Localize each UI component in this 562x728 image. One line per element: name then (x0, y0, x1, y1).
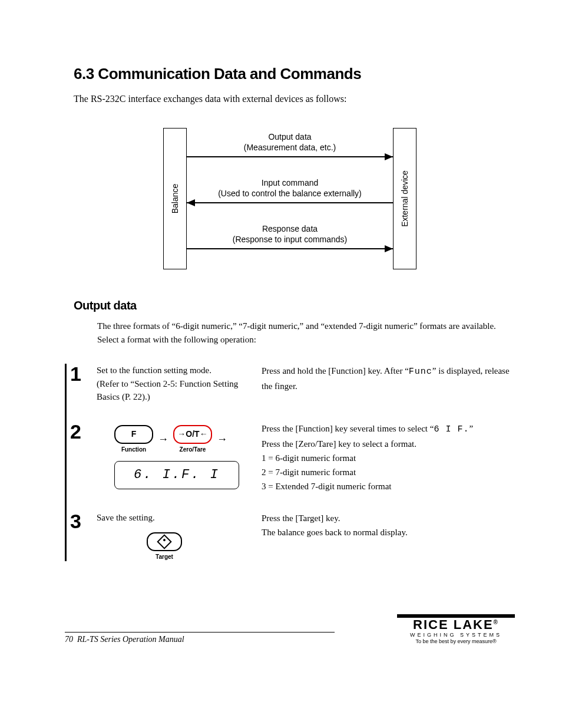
target-key-label: Target (156, 552, 173, 561)
logo-tagline: To be the best by every measure® (397, 638, 515, 644)
step-2: 2 F Function → →O/T← Zero/Tare → 6. I.F.… (67, 421, 515, 493)
footer-page-number: 70 (65, 635, 73, 644)
page-footer: 70 RL-TS Series Operation Manual RICE LA… (65, 614, 515, 644)
section-heading: 6.3 Communication Data and Commands (74, 65, 515, 83)
step-3-left: Save the setting. Target (97, 511, 262, 562)
target-key-face (147, 532, 182, 551)
diagram-row3-text2: (Response to input commands) (187, 234, 393, 245)
subsection-body: The three formats of “6-digit numeric,” … (97, 319, 515, 346)
step-2-right-b: ” (469, 424, 473, 433)
data-flow-diagram: Balance External device Output data (Mea… (163, 128, 416, 269)
diagram-arrow-3 (187, 248, 393, 249)
logo-main-text: RICE LAKE® (397, 619, 515, 631)
step-1: 1 Set to the function setting mode. (Ref… (67, 364, 515, 404)
logo-name: RICE LAKE (413, 617, 494, 632)
step-3: 3 Save the setting. Target Press the [Ta… (67, 511, 515, 562)
zero-tare-key-label: Zero/Tare (180, 445, 206, 454)
arrow-right-icon (385, 245, 393, 252)
diagram-arrow-2 (187, 202, 393, 203)
diagram-arrow-1 (187, 156, 393, 157)
diagram-balance-label: Balance (170, 184, 180, 214)
diagram-row3-text1: Response data (187, 223, 393, 234)
logo-sub-text: WEIGHING SYSTEMS (397, 632, 515, 638)
step-number: 2 (67, 421, 97, 442)
zero-tare-key: →O/T← Zero/Tare (173, 425, 212, 454)
diagram-row1-text1: Output data (187, 131, 393, 142)
step-3-right: Press the [Target] key. The balance goes… (262, 511, 515, 539)
step-2-right-seg: 6 I F. (434, 424, 469, 434)
intro-paragraph: The RS-232C interface exchanges data wit… (74, 94, 515, 104)
step-2-right-e: 2 = 7-digit numeric format (262, 465, 515, 479)
diagram-external-box: External device (393, 128, 416, 269)
arrow-left-icon (187, 199, 195, 206)
arrow-right-icon: → (158, 431, 168, 447)
zero-tare-key-face: →O/T← (173, 425, 212, 444)
step-1-right-a: Press and hold the [Function] key. After… (262, 366, 409, 375)
step-number: 3 (67, 511, 97, 531)
step-3-left-text: Save the setting. (97, 511, 262, 525)
step-1-left: Set to the function setting mode. (Refer… (97, 364, 262, 404)
footer-left: 70 RL-TS Series Operation Manual (65, 632, 335, 644)
brand-logo: RICE LAKE® WEIGHING SYSTEMS To be the be… (397, 614, 515, 644)
step-1-left-b: (Refer to “Section 2-5: Function Setting… (97, 377, 262, 404)
diagram-balance-box: Balance (163, 128, 187, 269)
step-number: 1 (67, 364, 97, 384)
step-2-right: Press the [Function] key several times t… (262, 421, 515, 493)
diagram-external-label: External device (400, 170, 409, 227)
key-row: F Function → →O/T← Zero/Tare → (114, 425, 262, 454)
footer-manual-title: RL-TS Series Operation Manual (77, 635, 184, 644)
arrow-right-icon (385, 153, 393, 160)
step-1-right: Press and hold the [Function] key. After… (262, 364, 515, 393)
step-2-right-d: 1 = 6-digit numeric format (262, 451, 515, 465)
step-3-right-a: Press the [Target] key. (262, 511, 515, 525)
diagram-row2-text1: Input command (187, 177, 393, 188)
function-key: F Function (114, 425, 153, 454)
step-1-right-seg: Func (409, 367, 432, 377)
subsection-heading: Output data (74, 299, 515, 312)
target-icon (157, 534, 171, 549)
arrow-right-icon: → (217, 431, 227, 447)
function-key-label: Function (121, 445, 146, 454)
step-3-right-b: The balance goes back to normal display. (262, 525, 515, 539)
lcd-display: 6. I.F. I (114, 461, 239, 489)
registered-icon: ® (494, 619, 499, 625)
step-2-right-c: Press the [Zero/Tare] key to select a fo… (262, 437, 515, 451)
step-2-right-f: 3 = Extended 7-digit numeric format (262, 479, 515, 493)
diagram-row2-text2: (Used to control the balance externally) (187, 188, 393, 199)
step-1-left-a: Set to the function setting mode. (97, 364, 262, 377)
step-2-left: F Function → →O/T← Zero/Tare → 6. I.F. I (97, 421, 262, 489)
step-2-right-a: Press the [Function] key several times t… (262, 424, 434, 433)
steps-list: 1 Set to the function setting mode. (Ref… (65, 364, 515, 561)
function-key-face: F (114, 425, 153, 444)
diagram-row1-text2: (Measurement data, etc.) (187, 142, 393, 153)
